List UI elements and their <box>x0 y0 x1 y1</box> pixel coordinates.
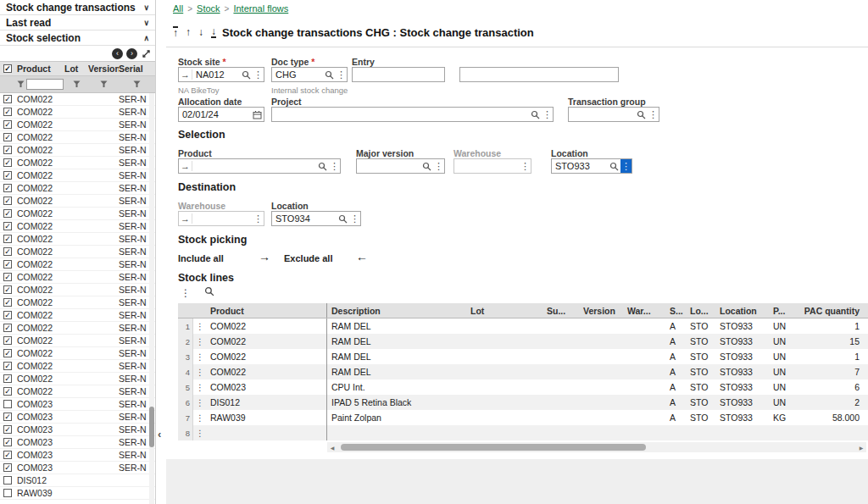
row-checkbox[interactable] <box>3 425 12 434</box>
selection-row[interactable]: COM022 SER-N <box>0 258 155 271</box>
row-checkbox[interactable] <box>3 374 12 383</box>
grid-header-unit[interactable]: P... <box>770 306 798 316</box>
filter-icon[interactable] <box>17 80 25 88</box>
allocation-date-field[interactable]: 02/01/24 <box>178 107 264 122</box>
selection-row[interactable]: COM022 SER-N <box>0 157 155 169</box>
exclude-all-icon[interactable]: ← <box>356 250 368 263</box>
field-options-icon[interactable]: ⋮ <box>542 108 553 121</box>
stock-line-row[interactable]: 6 ⋮ DIS012 IPAD 5 Retina Black A STO STO… <box>178 395 868 410</box>
row-checkbox[interactable] <box>3 413 12 421</box>
field-options-icon[interactable]: ⋮ <box>336 68 347 81</box>
selection-warehouse-field[interactable]: ⋮ <box>453 158 531 174</box>
row-handle-icon[interactable]: ⋮ <box>193 368 207 377</box>
selection-row[interactable]: COM022 SER-N <box>0 322 155 335</box>
row-handle-icon[interactable]: ⋮ <box>193 352 207 362</box>
search-icon[interactable] <box>420 162 433 171</box>
scroll-left-icon[interactable]: ◀ <box>327 442 337 452</box>
stock-line-row[interactable]: 8 ⋮ <box>178 425 868 440</box>
search-icon[interactable] <box>529 110 542 119</box>
row-handle-icon[interactable]: ⋮ <box>193 413 207 423</box>
selection-row[interactable]: COM023 SER-N <box>0 436 155 449</box>
selection-row[interactable]: COM022 SER-N <box>0 208 155 220</box>
field-options-icon[interactable]: ⋮ <box>253 68 264 81</box>
sidebar-scrollbar-thumb[interactable] <box>149 407 154 447</box>
breadcrumb-stock[interactable]: Stock <box>197 3 220 14</box>
select-all-checkbox[interactable] <box>3 64 12 73</box>
selection-row[interactable]: COM022 SER-N <box>0 309 155 322</box>
row-checkbox[interactable] <box>3 197 12 205</box>
field-options-icon[interactable]: ⋮ <box>433 159 444 173</box>
row-checkbox[interactable] <box>3 273 12 281</box>
selection-row[interactable]: COM023 SER-N <box>0 462 155 474</box>
row-checkbox[interactable] <box>3 463 12 472</box>
stock-line-row[interactable]: 1 ⋮ COM022 RAM DEL A STO STO933 UN 1 <box>178 318 868 334</box>
include-all-icon[interactable]: → <box>259 250 270 263</box>
row-checkbox[interactable] <box>3 222 12 230</box>
panel-splitter[interactable]: ‹ <box>157 0 166 504</box>
scroll-right-icon[interactable]: ▶ <box>856 442 866 452</box>
selection-location-value[interactable]: STO933 <box>552 161 608 171</box>
selection-row[interactable]: COM022 SER-N <box>0 284 155 296</box>
row-handle-icon[interactable]: ⋮ <box>193 322 207 331</box>
filter-icon[interactable] <box>88 80 119 88</box>
field-options-icon-focused[interactable]: ⋮ <box>620 159 632 173</box>
grid-search-icon[interactable] <box>204 286 214 299</box>
selection-row[interactable]: RAW039 <box>0 487 155 500</box>
grid-header-pac-quantity[interactable]: PAC quantity <box>798 306 868 316</box>
stock-line-row[interactable]: 7 ⋮ RAW039 Paint Zolpan A STO STO933 KG … <box>178 410 868 425</box>
selection-row[interactable]: COM022 SER-N <box>0 106 155 119</box>
sidebar-scrollbar[interactable] <box>149 93 154 504</box>
stock-line-row[interactable]: 4 ⋮ COM022 RAM DEL A STO STO933 UN 7 <box>178 364 868 379</box>
selection-row[interactable]: COM022 SER-N <box>0 195 155 208</box>
selection-row[interactable]: COM022 SER-N <box>0 360 155 373</box>
selection-row[interactable]: COM022 SER-N <box>0 119 155 131</box>
selection-row[interactable]: COM022 SER-N <box>0 131 155 144</box>
grid-header-product[interactable]: Product <box>207 303 327 318</box>
major-version-field[interactable]: ⋮ <box>356 158 445 174</box>
selection-row[interactable]: COM022 SER-N <box>0 373 155 385</box>
row-checkbox[interactable] <box>3 209 12 218</box>
row-checkbox[interactable] <box>3 362 12 370</box>
row-checkbox[interactable] <box>3 349 12 357</box>
grid-scrollbar-thumb[interactable] <box>341 444 646 451</box>
selection-row[interactable]: COM023 SER-N <box>0 411 155 424</box>
grid-menu-icon[interactable]: ⋮ <box>181 287 191 299</box>
selection-row[interactable]: COM022 SER-N <box>0 93 155 106</box>
filter-icon[interactable] <box>64 80 88 88</box>
stock-line-row[interactable]: 5 ⋮ COM023 CPU Int. A STO STO933 UN 6 <box>178 379 868 395</box>
expand-panel-button[interactable] <box>141 48 152 59</box>
row-checkbox[interactable] <box>3 260 12 269</box>
doc-type-value[interactable]: CHG <box>272 69 323 80</box>
row-checkbox[interactable] <box>3 438 12 446</box>
selection-row[interactable]: COM022 SER-N <box>0 271 155 284</box>
destination-location-value[interactable]: STO934 <box>272 213 337 224</box>
include-all-button[interactable]: Include all <box>178 253 224 263</box>
panel-last-read[interactable]: Last read ∨ <box>0 15 155 30</box>
row-checkbox[interactable] <box>3 146 12 154</box>
row-checkbox[interactable] <box>3 235 12 243</box>
search-icon[interactable] <box>323 70 336 80</box>
row-handle-icon[interactable]: ⋮ <box>193 337 207 346</box>
row-checkbox[interactable] <box>3 387 12 396</box>
row-checkbox[interactable] <box>3 171 12 180</box>
selection-row[interactable]: COM022 SER-N <box>0 182 155 195</box>
grid-header-status[interactable]: S... <box>666 306 688 316</box>
stock-line-row[interactable]: 2 ⋮ COM022 RAM DEL A STO STO933 UN 15 <box>178 334 868 349</box>
selection-row[interactable]: COM023 SER-N <box>0 424 155 436</box>
jump-icon[interactable]: → <box>179 161 192 171</box>
search-icon[interactable] <box>635 110 648 119</box>
row-checkbox[interactable] <box>3 336 12 345</box>
jump-icon[interactable]: → <box>179 69 192 80</box>
selection-row[interactable]: COM023 SER-N <box>0 449 155 462</box>
selection-row[interactable]: COM022 SER-N <box>0 220 155 233</box>
project-field[interactable]: ⋮ <box>271 107 554 122</box>
grid-horizontal-scrollbar[interactable]: ◀ ▶ <box>327 442 866 452</box>
selection-row[interactable]: DIS012 <box>0 474 155 487</box>
panel-stock-selection[interactable]: Stock selection ∧ <box>0 30 155 46</box>
field-options-icon[interactable]: ⋮ <box>253 212 264 225</box>
selection-product-field[interactable]: → ⋮ <box>178 158 341 174</box>
row-checkbox[interactable] <box>3 108 12 116</box>
selection-row[interactable]: COM022 SER-N <box>0 347 155 360</box>
selection-row[interactable]: COM022 SER-N <box>0 296 155 309</box>
doc-type-field[interactable]: CHG ⋮ <box>271 67 348 82</box>
